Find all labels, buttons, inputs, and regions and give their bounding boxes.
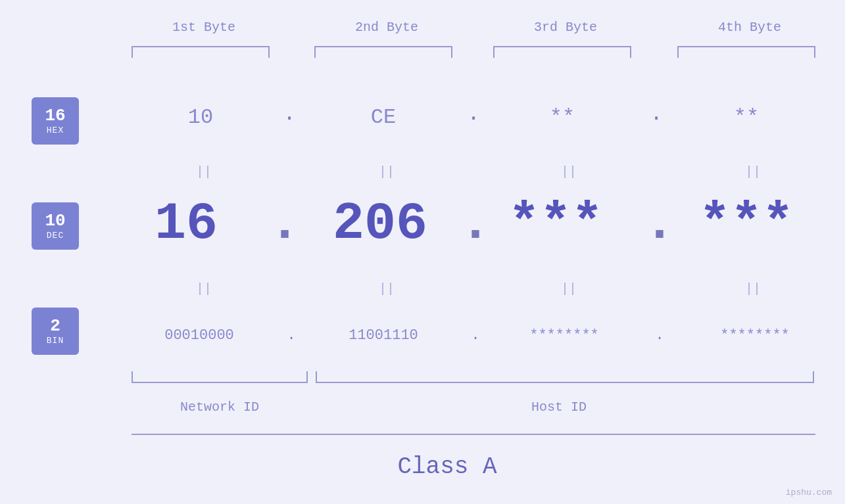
hex-badge: 16 HEX — [32, 97, 79, 145]
bin-val1: 00010000 — [117, 327, 281, 344]
eq-dec2: || — [370, 281, 403, 296]
bin-badge-number: 2 — [50, 317, 60, 334]
eq-dec3: || — [552, 281, 585, 296]
dec-val4: *** — [664, 194, 829, 254]
dec-val3: *** — [473, 194, 638, 254]
bin-dot3: . — [650, 327, 669, 344]
host-id-bracket — [316, 371, 814, 383]
hex-val1: 10 — [132, 105, 270, 129]
eq-hex2: || — [370, 164, 403, 179]
hex-dot1: . — [276, 102, 302, 126]
dec-dot2: . — [459, 194, 492, 254]
top-bracket-3 — [493, 46, 631, 58]
bin-dot1: . — [281, 327, 301, 344]
dec-badge-label: DEC — [47, 231, 64, 241]
hex-badge-number: 16 — [45, 107, 65, 124]
page-container: 16 HEX 10 DEC 2 BIN 1st Byte 2nd Byte 3r… — [0, 0, 845, 504]
eq-hex4: || — [736, 164, 769, 179]
bin-badge: 2 BIN — [32, 308, 79, 355]
dec-dot1: . — [268, 194, 301, 254]
bin-val3: ******** — [479, 327, 650, 344]
eq-dec4: || — [736, 281, 769, 296]
bottom-line — [132, 434, 815, 435]
watermark: ipshu.com — [786, 488, 832, 497]
top-bracket-4 — [677, 46, 815, 58]
class-label: Class A — [263, 453, 631, 480]
bin-badge-label: BIN — [47, 336, 64, 346]
eq-dec1: || — [187, 281, 220, 296]
hex-dot2: . — [460, 102, 487, 126]
network-id-label: Network ID — [132, 400, 308, 415]
hex-dot3: . — [643, 102, 669, 126]
dec-badge: 10 DEC — [32, 202, 79, 250]
top-bracket-1 — [132, 46, 270, 58]
eq-hex3: || — [552, 164, 585, 179]
bin-dot2: . — [466, 327, 485, 344]
byte3-header: 3rd Byte — [493, 20, 638, 35]
hex-val3: ** — [493, 105, 631, 129]
network-id-bracket — [132, 371, 308, 383]
host-id-label: Host ID — [460, 400, 658, 415]
hex-val4: ** — [677, 105, 815, 129]
top-bracket-2 — [314, 46, 452, 58]
dec-badge-number: 10 — [45, 212, 65, 229]
dec-dot3: . — [643, 194, 676, 254]
byte2-header: 2nd Byte — [314, 20, 459, 35]
byte1-header: 1st Byte — [132, 20, 276, 35]
eq-hex1: || — [187, 164, 220, 179]
byte4-header: 4th Byte — [677, 20, 822, 35]
hex-val2: CE — [314, 105, 452, 129]
dec-val2: 206 — [295, 194, 466, 254]
dec-val1: 16 — [110, 194, 262, 254]
bin-val4: ******** — [669, 327, 840, 344]
hex-badge-label: HEX — [47, 126, 64, 135]
bin-val2: 11001110 — [301, 327, 466, 344]
